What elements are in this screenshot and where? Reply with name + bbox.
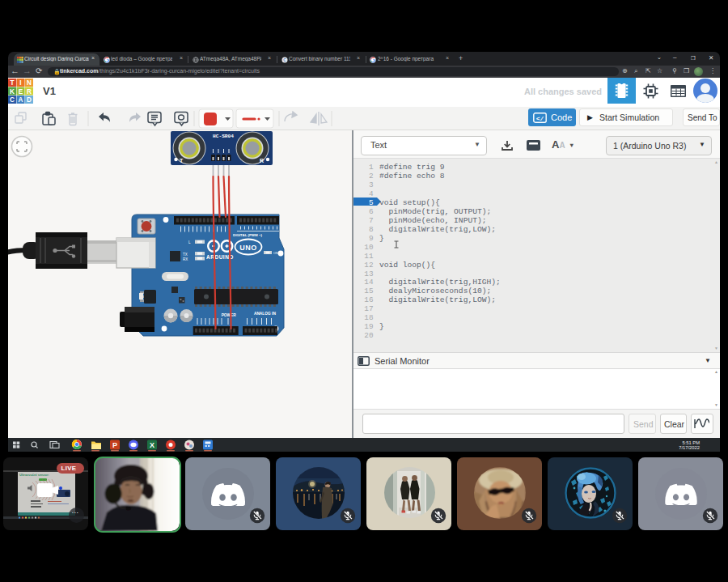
svg-text:R: R bbox=[27, 88, 32, 96]
svg-text:P: P bbox=[112, 441, 117, 449]
svg-text:C: C bbox=[10, 96, 15, 104]
svg-text:TX: TX bbox=[183, 253, 188, 257]
svg-text:I: I bbox=[19, 79, 21, 87]
svg-text:N: N bbox=[27, 79, 32, 87]
svg-text:RX: RX bbox=[183, 257, 188, 261]
svg-text:ON: ON bbox=[273, 252, 278, 255]
svg-text:R: R bbox=[260, 158, 264, 164]
svg-text:E: E bbox=[19, 88, 23, 96]
svg-text:HC-SR04: HC-SR04 bbox=[213, 134, 234, 139]
svg-text:T: T bbox=[10, 79, 14, 87]
svg-text:A: A bbox=[19, 96, 23, 104]
svg-text:D: D bbox=[27, 96, 32, 104]
svg-text:K: K bbox=[10, 88, 15, 96]
svg-text:X: X bbox=[150, 441, 154, 449]
svg-text:T: T bbox=[180, 158, 184, 164]
svg-text:ANALOG IN: ANALOG IN bbox=[254, 312, 276, 316]
svg-text:</: </ bbox=[536, 115, 544, 122]
svg-text:7/17/2022: 7/17/2022 bbox=[679, 445, 700, 450]
svg-text:5:51 PM: 5:51 PM bbox=[682, 440, 700, 445]
svg-text:C: C bbox=[283, 57, 286, 62]
